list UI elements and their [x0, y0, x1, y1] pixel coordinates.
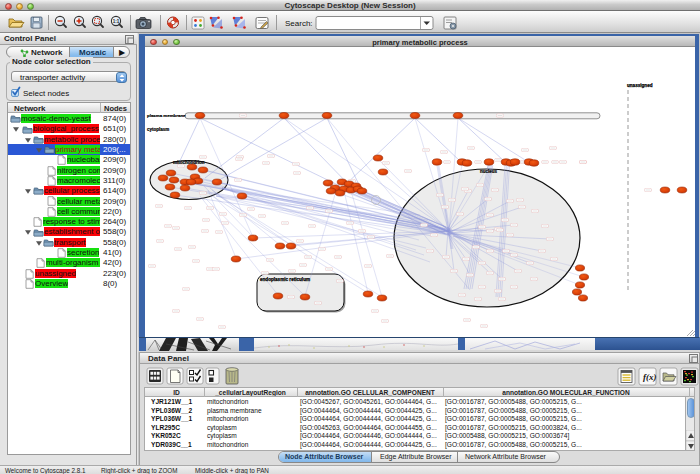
svg-text:nucleus: nucleus [480, 169, 498, 174]
svg-text:plasma membrane: plasma membrane [147, 113, 186, 118]
svg-text:unassigned: unassigned [627, 83, 653, 88]
svg-text:f(x): f(x) [643, 372, 657, 382]
svg-text:1:1: 1:1 [113, 19, 120, 24]
svg-text:cytoplasm: cytoplasm [147, 127, 169, 132]
svg-text:mitochondrion: mitochondrion [173, 160, 205, 165]
svg-text:endoplasmic reticulum: endoplasmic reticulum [260, 277, 310, 282]
svg-text:Search:: Search: [285, 19, 313, 28]
